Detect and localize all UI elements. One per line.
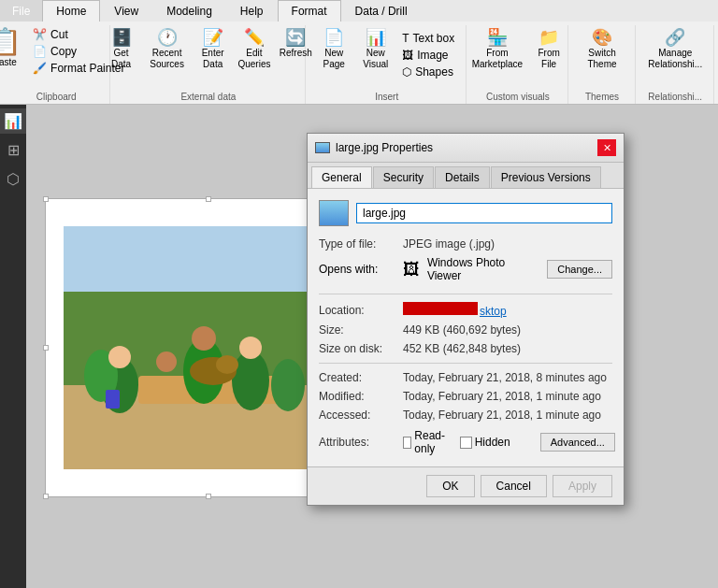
new-visual-label: New Visual — [360, 48, 391, 70]
paste-button[interactable]: 📋 Paste — [0, 27, 25, 70]
text-box-label: Text box — [413, 32, 455, 45]
location-redacted — [403, 302, 478, 315]
switch-theme-button[interactable]: 🎨 Switch Theme — [578, 27, 627, 72]
photo-viewer-icon: 🖼 — [403, 260, 422, 279]
accessed-row: Accessed: Today, February 21, 2018, 1 mi… — [319, 409, 612, 422]
size-label: Size: — [319, 323, 403, 337]
type-value: JPEG image (.jpg) — [403, 237, 612, 251]
dialog-titlebar: large.jpg Properties ✕ — [308, 134, 624, 163]
tab-help[interactable]: Help — [226, 0, 278, 22]
tab-view[interactable]: View — [100, 0, 152, 22]
from-file-label: From File — [534, 48, 564, 70]
advanced-button[interactable]: Advanced... — [540, 433, 615, 452]
tab-format[interactable]: Format — [278, 0, 341, 22]
location-suffix[interactable]: sktop — [480, 305, 507, 318]
canvas-handle-ml[interactable] — [43, 345, 49, 351]
new-visual-button[interactable]: 📊 New Visual — [356, 27, 395, 72]
size-disk-row: Size on disk: 452 KB (462,848 bytes) — [319, 342, 612, 355]
ok-button[interactable]: OK — [426, 475, 474, 497]
dialog-tab-details[interactable]: Details — [435, 166, 490, 188]
svg-point-11 — [216, 355, 238, 374]
hidden-label: Hidden — [475, 436, 510, 449]
canvas-area: large.jpg Properties ✕ General Security … — [26, 105, 718, 588]
tab-modeling[interactable]: Modeling — [152, 0, 226, 22]
recent-sources-icon: 🕐 — [157, 29, 178, 46]
opens-with-row: Opens with: 🖼 Windows Photo Viewer Chang… — [319, 256, 612, 282]
change-button[interactable]: Change... — [547, 260, 612, 279]
format-painter-icon: 🖌️ — [33, 62, 47, 75]
external-data-group-label: External data — [112, 92, 306, 102]
ribbon-group-clipboard: 📋 Paste ✂️ Cut 📄 Copy 🖌️ Format Painter — [4, 25, 110, 104]
from-file-icon: 📁 — [538, 29, 559, 46]
text-box-icon: T — [402, 32, 409, 45]
ribbon: File Home View Modeling Help Format Data… — [0, 0, 718, 105]
readonly-checkbox-group: Read-only — [403, 429, 449, 455]
image-button[interactable]: 🖼 Image — [398, 48, 458, 63]
edit-queries-icon: ✏️ — [244, 29, 265, 46]
modified-row: Modified: Today, February 21, 2018, 1 mi… — [319, 390, 612, 403]
ribbon-group-themes: 🎨 Switch Theme Themes — [570, 25, 636, 104]
cut-label: Cut — [50, 28, 68, 41]
insert-right: T Text box 🖼 Image ⬡ Shapes — [398, 27, 458, 79]
sidebar-item-data[interactable]: ⊞ — [0, 137, 26, 163]
enter-data-button[interactable]: 📝 Enter Data — [194, 27, 232, 72]
canvas-handle-tm[interactable] — [206, 196, 211, 202]
file-name-input[interactable] — [356, 203, 612, 223]
svg-point-13 — [192, 326, 216, 351]
canvas-handle-tl[interactable] — [43, 196, 49, 202]
separator-1 — [319, 294, 612, 294]
tab-datadrill[interactable]: Data / Drill — [341, 0, 422, 22]
location-value: sktop — [403, 302, 507, 318]
canvas-handle-bm[interactable] — [206, 494, 211, 499]
size-value: 449 KB (460,692 bytes) — [403, 323, 612, 337]
sidebar: 📊 ⊞ ⬡ — [0, 105, 26, 588]
recent-sources-button[interactable]: 🕐 Recent Sources — [144, 27, 191, 72]
location-row: Location: sktop — [319, 302, 612, 318]
shapes-icon: ⬡ — [402, 65, 411, 79]
accessed-label: Accessed: — [319, 409, 403, 422]
shapes-button[interactable]: ⬡ Shapes — [398, 65, 458, 79]
ribbon-group-insert: 📄 New Page 📊 New Visual T Text box 🖼 Ima… — [308, 25, 467, 104]
refresh-icon: 🔄 — [285, 29, 306, 46]
manage-relationships-label: Manage Relationshi... — [648, 48, 702, 70]
manage-relationships-button[interactable]: 🔗 Manage Relationshi... — [644, 27, 706, 72]
modified-value: Today, February 21, 2018, 1 minute ago — [403, 390, 612, 403]
svg-rect-17 — [106, 390, 120, 409]
readonly-checkbox[interactable] — [403, 437, 411, 449]
paste-icon: 📋 — [0, 29, 22, 55]
from-marketplace-icon: 🏪 — [487, 29, 508, 46]
dialog-title-left: large.jpg Properties — [315, 141, 433, 154]
new-page-label: New Page — [319, 48, 349, 70]
clipboard-group-label: Clipboard — [4, 92, 109, 102]
svg-point-14 — [239, 337, 262, 359]
custom-visuals-group-label: Custom visuals — [468, 92, 567, 102]
canvas-handle-bl[interactable] — [43, 494, 49, 499]
manage-relationships-icon: 🔗 — [665, 29, 685, 46]
paste-label: Paste — [0, 57, 17, 68]
dialog-tab-previous-versions[interactable]: Previous Versions — [491, 166, 601, 188]
text-box-button[interactable]: T Text box — [398, 31, 458, 46]
dialog-tab-security[interactable]: Security — [373, 166, 434, 188]
sidebar-item-report[interactable]: 📊 — [0, 108, 26, 134]
tab-file[interactable]: File — [0, 0, 42, 22]
new-page-button[interactable]: 📄 New Page — [315, 27, 352, 72]
dialog-tab-general[interactable]: General — [311, 166, 372, 188]
tab-home[interactable]: Home — [42, 0, 100, 22]
get-data-button[interactable]: 🗄️ Get Data — [103, 27, 140, 72]
image-label: Image — [417, 49, 448, 62]
cancel-button[interactable]: Cancel — [481, 475, 547, 497]
dialog-body: Type of file: JPEG image (.jpg) Opens wi… — [308, 189, 624, 466]
sidebar-item-model[interactable]: ⬡ — [0, 166, 26, 192]
hidden-checkbox[interactable] — [460, 437, 472, 449]
opens-with-label: Opens with: — [319, 263, 403, 276]
new-page-icon: 📄 — [323, 29, 344, 46]
apply-button[interactable]: Apply — [553, 475, 612, 497]
from-marketplace-button[interactable]: 🏪 From Marketplace — [468, 27, 526, 72]
readonly-label: Read-only — [414, 429, 448, 455]
edit-queries-button[interactable]: ✏️ Edit Queries — [236, 27, 274, 72]
created-label: Created: — [319, 371, 403, 384]
from-file-button[interactable]: 📁 From File — [530, 27, 567, 72]
recent-sources-label: Recent Sources — [148, 48, 187, 70]
dialog-close-button[interactable]: ✕ — [597, 139, 616, 156]
accessed-value: Today, February 21, 2018, 1 minute ago — [403, 409, 612, 422]
